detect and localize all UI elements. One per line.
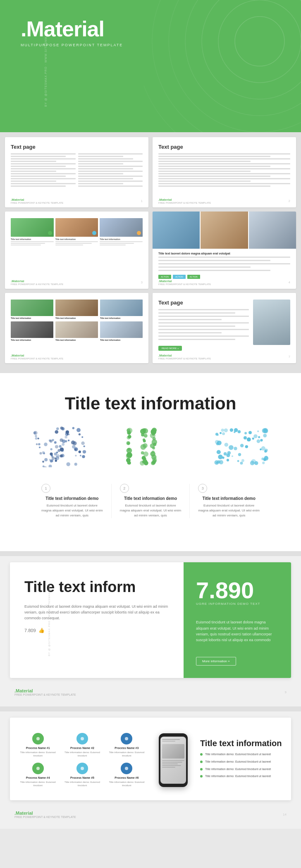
photo-large-1 <box>153 212 200 249</box>
section-gap-3 <box>0 706 301 711</box>
stats-right-desc: Euismod tincidunt ut laoreet dolore magn… <box>196 619 279 643</box>
photo-large-2 <box>201 212 248 249</box>
stats-big-number-label: UGRE INFORMATION DEMO TEXT <box>196 602 279 606</box>
text-line <box>158 163 290 164</box>
slide-num: 1 <box>141 199 143 203</box>
slide-text-image: Text page READ MORE » .Ma <box>153 293 296 363</box>
text-line <box>11 161 56 162</box>
phone-screen-line <box>162 763 178 764</box>
text-content: Text page READ MORE » <box>158 300 249 351</box>
col-heading-2: Title text information demo <box>120 496 182 501</box>
text-line <box>158 322 249 323</box>
info-col-1: 1 Title text information demo Euismod ti… <box>33 484 112 518</box>
tag-btn-1[interactable]: ACTION <box>158 275 171 279</box>
text-line <box>78 181 143 182</box>
slide-brand: .Material <box>11 279 63 283</box>
text-line <box>78 171 143 172</box>
process-grid-row1: Process Name #1 Title information demo: … <box>18 733 146 787</box>
read-more-btn[interactable]: READ MORE » <box>158 346 182 351</box>
svg-point-0 <box>235 17 284 66</box>
process-icon-1 <box>32 733 44 744</box>
text-line <box>158 332 222 333</box>
three-columns: 1 Title text information demo Euismod ti… <box>25 484 276 535</box>
phone-screen <box>160 737 186 784</box>
dots-cluster-center <box>126 426 175 467</box>
process-name-1: Process Name #1 <box>18 747 57 749</box>
phone-screen-line <box>162 760 184 761</box>
photo-box <box>11 321 53 338</box>
photo-box <box>100 321 143 338</box>
tag-btn-3[interactable]: ACTION <box>187 275 200 279</box>
text-line <box>158 339 235 340</box>
photo-item-2: Title text information <box>55 218 98 245</box>
stats-slide: BY @ @SITESMAX.PRO · WWW.SITESMAX.PRO Ti… <box>10 562 291 678</box>
text-line <box>158 257 290 258</box>
green-dot-4 <box>200 775 203 778</box>
process-desc-3: Title information demo: Euismod tincidun… <box>107 751 146 758</box>
info-col-2: 2 Title text information demo Euismod ti… <box>112 484 190 518</box>
slide-num: 7 <box>289 355 290 359</box>
text-line <box>11 176 66 177</box>
process-name-2: Process Name #2 <box>62 747 102 749</box>
text-line <box>158 158 290 159</box>
photo-item-3: Title text information <box>100 218 143 245</box>
process-icon-6 <box>121 763 132 774</box>
process-info-item-1: Title information demo: Euismod tincidun… <box>200 752 283 756</box>
text-line <box>78 153 143 155</box>
thumb-icon: 👍 <box>38 628 45 633</box>
green-dot-1 <box>200 753 203 756</box>
process-info-item-4: Title information demo: Euismod tincidun… <box>200 774 283 778</box>
more-info-btn[interactable]: More information » <box>196 657 236 666</box>
text-line <box>158 181 251 182</box>
stats-page-num: 9 <box>285 690 287 694</box>
section-gap-1 <box>0 368 301 373</box>
dots-visualization <box>25 426 276 467</box>
text-line <box>158 270 270 271</box>
tag-btn-2[interactable]: ACTION <box>173 275 186 279</box>
text-line <box>158 156 270 157</box>
process-info-item-2: Title information demo: Euismod tincidun… <box>200 760 283 764</box>
process-desc-5: Title information demo: Euismod tincidun… <box>62 780 102 787</box>
photo-box <box>100 300 143 316</box>
stats-brand-sub: FREE POWERPOINT & KEYNOTE TEMPLATE <box>14 693 76 696</box>
text-line <box>78 185 143 187</box>
feature-caption: Title text laoreet dolore magna aliquam … <box>158 252 290 255</box>
phone-screen-line <box>162 741 175 742</box>
col-heading-3: Title text information demo <box>198 496 260 501</box>
photo-desc <box>55 241 98 242</box>
photo-desc <box>100 243 134 244</box>
photo-label: Title text information <box>11 317 53 319</box>
text-line <box>158 171 251 172</box>
text-line <box>11 183 76 184</box>
col-num-2: 2 <box>120 484 129 493</box>
text-line <box>11 181 56 182</box>
info-col-3: 3 Title text information demo Euismod ti… <box>190 484 268 518</box>
svg-point-2 <box>202 0 301 99</box>
stats-brand: .Material <box>14 688 76 693</box>
text-line <box>158 260 270 261</box>
col-body-1: Euismod tincidunt ut laoreet dolore magn… <box>41 503 103 518</box>
photo-box <box>11 300 53 316</box>
dots-cluster-right <box>200 426 275 467</box>
photo-desc <box>55 245 83 245</box>
hero-section: BY @ @SITESMAX.PRO · WWW.SITESMAX.PRO .M… <box>0 0 301 132</box>
slide-photos-4: Title text laoreet dolore magna aliquam … <box>153 212 296 289</box>
text-line <box>78 161 143 162</box>
photo-desc <box>11 241 54 242</box>
slide-photos-3: Title text information Title text inform… <box>5 212 148 289</box>
svg-point-3 <box>185 0 301 116</box>
slide-brand: .Material <box>158 354 211 357</box>
slide-photos-6: Title text information Title text inform… <box>5 293 148 363</box>
photo-box <box>55 218 98 237</box>
process-icon-4 <box>32 763 44 774</box>
photo-large-3 <box>249 212 296 249</box>
process-slide: Process Name #1 Title information demo: … <box>10 718 291 800</box>
text-line <box>158 176 270 177</box>
text-line <box>158 161 251 162</box>
photo-desc <box>11 243 45 244</box>
process-title: Title text information <box>200 738 283 748</box>
phone-screen-line <box>162 762 182 763</box>
svg-point-11 <box>81 767 84 770</box>
process-name-3: Process Name #3 <box>107 747 146 749</box>
slide-brand-sub: FREE POWERPOINT & KEYNOTE TEMPLATE <box>158 283 211 285</box>
